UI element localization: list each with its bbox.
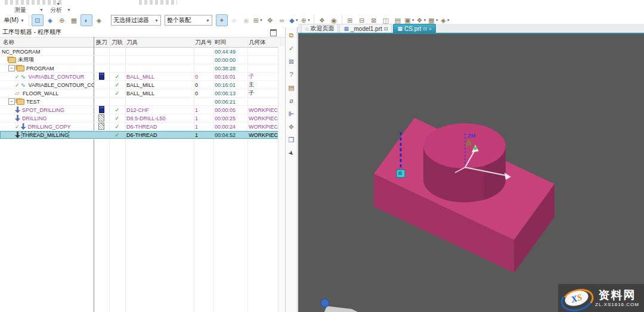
tree-row-VARIABLE_CONTOUR_COPY[interactable]: ✓∿VARIABLE_CONTOUR_COPY✓BALL_MILL000:16:… xyxy=(0,81,285,89)
tree-row-DRILLING_COPY[interactable]: ✓DRILLING_COPY✓D6-THREAD100:00:24WORKPIE… xyxy=(0,123,285,131)
geometry-cell: WORKPIECE xyxy=(247,116,280,121)
operation-name[interactable]: NC_PROGRAM xyxy=(2,49,41,55)
operation-name[interactable]: TEST xyxy=(26,99,40,105)
toolbar-left-icon-3[interactable]: ▦ xyxy=(69,15,79,26)
zm-axis-label: ZM xyxy=(467,133,475,139)
menu-button[interactable]: 单(M) ▼ xyxy=(1,15,27,26)
operation-name[interactable]: FLOOR_WALL xyxy=(23,91,58,96)
tree-row-SPOT_DRILLING[interactable]: SPOT_DRILLING✓D12-CHF100:00:05WORKPIECE xyxy=(0,106,285,114)
part-tab-bar: ⌂ 欢迎页面 ▦ _model1.prt ⊡ ▦ CS.prt ⊡ × xyxy=(298,24,644,34)
tree-row-未用项[interactable]: 未用项00:00:00 xyxy=(0,56,285,64)
menu-label: 单(M) xyxy=(4,16,18,24)
tool-cell: D6-THREAD xyxy=(125,124,194,130)
toolbar-left-icon-1[interactable]: ◈ xyxy=(45,15,55,26)
wcs-origin-ball[interactable] xyxy=(473,146,477,150)
operation-name[interactable]: 未用项 xyxy=(18,56,34,64)
tool-cell: D6-THREAD xyxy=(125,132,194,138)
view-orient-ball[interactable] xyxy=(321,299,329,307)
toolbar-left-icon-2[interactable]: ⊕ xyxy=(57,15,67,26)
close-icon[interactable]: × xyxy=(429,26,432,32)
geometry-cell: WORKPIECE xyxy=(247,132,280,138)
history-icon[interactable]: ▤ xyxy=(287,83,296,92)
tree-row-THREAD_MILLING[interactable]: THREAD_MILLING✓D6-THREAD100:04:52WORKPIE… xyxy=(0,131,285,139)
operation-name[interactable]: THREAD_MILLING xyxy=(22,132,69,138)
ribbon-row-clipped: ▼ 测量 ▼ 分析 ▼ xyxy=(0,0,644,13)
select-tool-icon[interactable]: ➤ xyxy=(285,147,298,160)
chevron-down-icon[interactable]: ▼ xyxy=(39,8,44,12)
time-cell: 00:06:13 xyxy=(213,91,247,96)
chevron-down-icon: ▼ xyxy=(259,18,263,22)
tree-row-NC_PROGRAM[interactable]: NC_PROGRAM00:44:49 xyxy=(0,48,285,56)
operation-navigator-icon[interactable]: ⊩ xyxy=(287,110,296,118)
toolchange-cell xyxy=(94,106,109,114)
tab-label: 欢迎页面 xyxy=(310,24,334,33)
chevron-down-icon: ▼ xyxy=(56,2,60,6)
operation-name[interactable]: SPOT_DRILLING xyxy=(22,107,64,113)
geometry-cell: 主 xyxy=(247,81,280,89)
expander-icon[interactable]: − xyxy=(8,98,15,105)
window-icon[interactable]: ⊡ xyxy=(423,26,427,32)
drill-icon xyxy=(15,115,20,121)
toolbar-left-icon-0[interactable]: ⊡ xyxy=(32,14,44,26)
chevron-down-icon: ▼ xyxy=(447,18,450,22)
selection-filter-combo[interactable]: 无选择过滤器 ▼ xyxy=(111,15,161,26)
operation-name[interactable]: VARIABLE_CONTOUR_COPY xyxy=(29,82,94,88)
tool-cell: BALL_MILL xyxy=(125,82,194,88)
name-cell: ✓DRILLING_COPY xyxy=(0,123,94,130)
folder-icon xyxy=(8,57,16,63)
simulation-icon[interactable]: ❒ xyxy=(287,136,296,144)
toolbar-right-icon-3[interactable]: ⊞▼ xyxy=(253,15,264,26)
toolbar-right-icon-0[interactable]: ✦ xyxy=(216,14,228,26)
tab-cs-active[interactable]: ▦ CS.prt ⊡ × xyxy=(393,24,435,33)
assembly-navigator-icon[interactable]: ⧉ xyxy=(287,31,296,39)
tree-row-PROGRAM[interactable]: −PROGRAM00:38:28 xyxy=(0,64,285,73)
constraint-navigator-icon[interactable]: ✓ xyxy=(287,44,296,52)
chevron-down-icon: ▼ xyxy=(295,18,299,22)
help-icon[interactable]: ? xyxy=(287,70,296,79)
chevron-down-icon: ▼ xyxy=(435,18,439,22)
toolpath-ok-icon: ✓ xyxy=(114,90,119,96)
toolchange-icon xyxy=(98,123,104,130)
toolpath-cell: ✓ xyxy=(109,73,125,80)
drill-icon xyxy=(15,107,20,113)
vc-icon: ∿ xyxy=(21,82,27,88)
chevron-down-icon: ▼ xyxy=(154,18,159,23)
machine-tool-navigator-icon[interactable]: ❖ xyxy=(287,123,296,131)
toolpath-ok-icon: ✓ xyxy=(114,107,119,113)
toolbar-left-icon-5[interactable]: ◈ xyxy=(94,15,104,26)
part-navigator-icon[interactable]: ⊠ xyxy=(287,57,296,65)
tool-cell: D8.5-DRILL-L50 xyxy=(125,116,194,121)
time-cell: 00:16:01 xyxy=(213,74,247,80)
toolbar-right-icon-1[interactable]: ≡ xyxy=(229,15,240,26)
chevron-down-icon[interactable]: ▼ xyxy=(67,8,71,12)
tree-row-DRILLING[interactable]: DRILLING✓D8.5-DRILL-L50100:00:25WORKPIEC… xyxy=(0,114,285,123)
unshow-icon[interactable]: ø xyxy=(287,96,296,105)
part-cylinder-top-face[interactable] xyxy=(423,123,506,169)
operation-name[interactable]: DRILLING_COPY xyxy=(28,124,71,130)
tree-row-VARIABLE_CONTOUR[interactable]: ✓∿VARIABLE_CONTOUR✓BALL_MILL000:16:01子 xyxy=(0,73,285,81)
selection-scope-value: 整个装配 xyxy=(167,16,191,24)
tab-model1[interactable]: ▦ _model1.prt ⊡ xyxy=(339,24,392,33)
part-icon: ▦ xyxy=(343,26,349,32)
panel-scrollbar[interactable] xyxy=(278,46,285,312)
toolbar-right-icon-4[interactable]: ✥ xyxy=(265,15,275,26)
drill-icon xyxy=(21,123,26,130)
tool-axis-handle-face xyxy=(398,171,402,175)
toolbar-right-icon-2[interactable]: ◉ xyxy=(241,15,252,26)
toolbar-right-icon-5[interactable]: ∞ xyxy=(277,15,287,26)
toolbar-left-icon-4[interactable]: ◐ xyxy=(80,14,92,26)
geometry-cell: WORKPIECE xyxy=(247,124,280,130)
panel-window-icon[interactable] xyxy=(270,29,277,36)
3d-canvas[interactable]: ZM XS 资料网 ZL.XS1616.COM xyxy=(298,34,644,312)
selection-scope-combo[interactable]: 整个装配 ▼ xyxy=(165,15,212,26)
operation-name[interactable]: PROGRAM xyxy=(26,65,54,71)
expander-icon[interactable]: − xyxy=(8,65,15,71)
tree-row-FLOOR_WALL[interactable]: ▱FLOOR_WALL✓BALL_MILL000:06:13子 xyxy=(0,89,285,98)
thread-icon xyxy=(15,132,20,138)
tree-row-TEST[interactable]: −TEST00:06:21 xyxy=(0,98,285,106)
operation-name[interactable]: VARIABLE_CONTOUR xyxy=(29,74,85,80)
tab-welcome[interactable]: ⌂ 欢迎页面 xyxy=(301,24,338,33)
panel-title-bar[interactable]: 工序导航器 - 程序顺序 xyxy=(0,27,285,37)
operation-name[interactable]: DRILLING xyxy=(22,116,47,121)
toolpath-ok-icon: ✓ xyxy=(114,73,119,80)
